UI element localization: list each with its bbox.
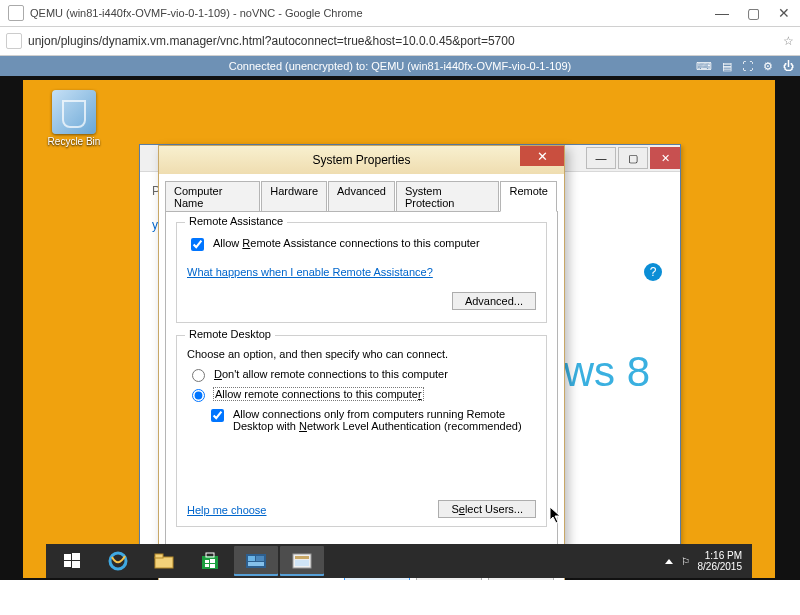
close-icon[interactable]: ✕ — [778, 5, 790, 21]
allow-connections-radio-input[interactable] — [192, 389, 205, 402]
recycle-bin-label: Recycle Bin — [41, 136, 107, 147]
browser-titlebar: QEMU (win81-i440fx-OVMF-vio-0-1-109) - n… — [0, 0, 800, 27]
explorer-taskbar-button[interactable] — [142, 546, 186, 576]
svg-rect-1 — [72, 553, 80, 560]
system-tray: ⚐ 1:16 PM 8/26/2015 — [665, 550, 749, 572]
svg-point-4 — [110, 553, 126, 569]
dialog-title: System Properties — [312, 153, 410, 167]
novnc-fullscreen-icon[interactable]: ⛶ — [742, 60, 753, 73]
tab-remote-page: Remote Assistance Allow Remote Assistanc… — [165, 211, 558, 555]
allow-connections-radio[interactable]: Allow remote connections to this compute… — [187, 388, 536, 402]
remote-assistance-group: Remote Assistance Allow Remote Assistanc… — [176, 222, 547, 323]
favicon — [8, 5, 24, 21]
bookmark-star-icon[interactable]: ☆ — [783, 34, 794, 48]
windows-desktop[interactable]: Recycle Bin System — ▢ ✕ Panel your comp… — [23, 80, 775, 578]
action-center-icon[interactable]: ⚐ — [681, 556, 690, 567]
remote-assistance-legend: Remote Assistance — [185, 215, 287, 227]
panel-close-button[interactable]: ✕ — [650, 147, 680, 169]
file-icon — [6, 33, 22, 49]
system-properties-dialog: System Properties ✕ Computer Name Hardwa… — [158, 145, 565, 604]
svg-rect-10 — [210, 559, 215, 563]
svg-rect-19 — [295, 560, 309, 566]
address-bar[interactable]: unjon/plugins/dynamix.vm.manager/vnc.htm… — [0, 27, 800, 56]
help-icon[interactable]: ? — [644, 263, 662, 281]
svg-rect-6 — [155, 554, 163, 558]
svg-rect-16 — [248, 562, 264, 566]
dont-allow-radio-input[interactable] — [192, 369, 205, 382]
tab-title: QEMU (win81-i440fx-OVMF-vio-0-1-109) - n… — [30, 7, 363, 19]
maximize-icon[interactable]: ▢ — [747, 5, 760, 21]
remote-desktop-legend: Remote Desktop — [185, 328, 275, 340]
start-button[interactable] — [50, 546, 94, 576]
dont-allow-radio[interactable]: Don't allow remote connections to this c… — [187, 368, 536, 382]
nla-checkbox-input[interactable] — [211, 409, 224, 422]
novnc-disconnect-icon[interactable]: ⏻ — [783, 60, 794, 73]
remote-desktop-viewport: Recycle Bin System — ▢ ✕ Panel your comp… — [0, 76, 800, 582]
dont-allow-label: Don't allow remote connections to this c… — [214, 368, 448, 380]
minimize-icon[interactable]: — — [715, 5, 729, 21]
novnc-status-bar: Connected (unencrypted) to: QEMU (win81-… — [0, 56, 800, 76]
dialog-titlebar[interactable]: System Properties ✕ — [159, 146, 564, 174]
remote-desktop-group: Remote Desktop Choose an option, and the… — [176, 335, 547, 527]
tab-system-protection[interactable]: System Protection — [396, 181, 500, 212]
tab-hardware[interactable]: Hardware — [261, 181, 327, 212]
svg-rect-14 — [248, 556, 255, 561]
svg-rect-3 — [72, 561, 80, 568]
windows8-logo-text: ws 8 — [564, 348, 650, 396]
page-bottom-blank — [0, 580, 800, 615]
svg-rect-11 — [205, 564, 209, 567]
novnc-status-text: Connected (unencrypted) to: QEMU (win81-… — [229, 60, 571, 72]
ie-taskbar-button[interactable] — [96, 546, 140, 576]
store-taskbar-button[interactable] — [188, 546, 232, 576]
help-me-choose-link[interactable]: Help me choose — [187, 504, 267, 516]
tab-remote[interactable]: Remote — [500, 181, 557, 212]
clock-time: 1:16 PM — [698, 550, 743, 561]
recycle-bin[interactable]: Recycle Bin — [41, 90, 107, 147]
svg-rect-2 — [64, 561, 71, 567]
tray-overflow-icon[interactable] — [665, 559, 673, 564]
windows-taskbar: ⚐ 1:16 PM 8/26/2015 — [46, 544, 752, 578]
panel-minimize-button[interactable]: — — [586, 147, 616, 169]
svg-rect-15 — [256, 556, 264, 561]
recycle-bin-icon — [52, 90, 96, 134]
allow-remote-assistance-label: Allow Remote Assistance connections to t… — [213, 237, 480, 249]
control-panel-taskbar-button[interactable] — [234, 546, 278, 576]
novnc-keyboard-icon[interactable]: ⌨ — [696, 60, 712, 73]
tab-advanced[interactable]: Advanced — [328, 181, 395, 212]
novnc-settings-icon[interactable]: ⚙ — [763, 60, 773, 73]
svg-rect-12 — [210, 564, 215, 568]
dialog-close-button[interactable]: ✕ — [520, 146, 564, 166]
nla-label: Allow connections only from computers ru… — [233, 408, 536, 432]
clock-date: 8/26/2015 — [698, 561, 743, 572]
url-text: unjon/plugins/dynamix.vm.manager/vnc.htm… — [28, 34, 515, 48]
nla-checkbox[interactable]: Allow connections only from computers ru… — [207, 408, 536, 432]
allow-remote-assistance-input[interactable] — [191, 238, 204, 251]
svg-rect-18 — [295, 556, 309, 559]
allow-remote-assistance-checkbox[interactable]: Allow Remote Assistance connections to t… — [187, 237, 536, 254]
select-users-button[interactable]: Select Users... — [438, 500, 536, 518]
svg-rect-5 — [155, 557, 173, 568]
remote-assistance-help-link[interactable]: What happens when I enable Remote Assist… — [187, 266, 433, 278]
svg-rect-0 — [64, 554, 71, 560]
svg-rect-9 — [205, 560, 209, 563]
allow-connections-label: Allow remote connections to this compute… — [214, 388, 423, 400]
panel-maximize-button[interactable]: ▢ — [618, 147, 648, 169]
system-properties-taskbar-button[interactable] — [280, 546, 324, 576]
remote-desktop-intro: Choose an option, and then specify who c… — [187, 348, 536, 360]
tab-computer-name[interactable]: Computer Name — [165, 181, 260, 212]
novnc-clipboard-icon[interactable]: ▤ — [722, 60, 732, 73]
dialog-tabs: Computer Name Hardware Advanced System P… — [159, 174, 564, 211]
browser-tab[interactable]: QEMU (win81-i440fx-OVMF-vio-0-1-109) - n… — [0, 1, 371, 25]
remote-assistance-advanced-button[interactable]: Advanced... — [452, 292, 536, 310]
taskbar-clock[interactable]: 1:16 PM 8/26/2015 — [698, 550, 743, 572]
